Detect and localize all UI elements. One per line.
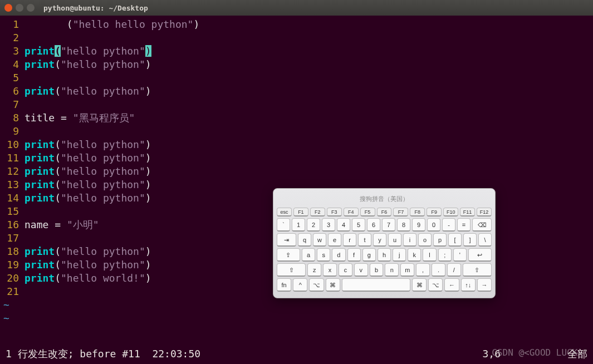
key-s[interactable]: s <box>317 248 330 262</box>
key-space[interactable] <box>342 278 410 292</box>
key-m[interactable]: m <box>400 263 414 277</box>
key-r[interactable]: r <box>343 233 356 247</box>
line-content[interactable]: print("hello python") <box>24 45 151 58</box>
key-7[interactable]: 7 <box>382 218 395 232</box>
key-1[interactable]: 1 <box>292 218 305 232</box>
code-line[interactable]: 6print("hello python") <box>0 85 593 98</box>
key-o[interactable]: o <box>418 233 432 247</box>
line-content[interactable]: print("hello python") <box>24 245 151 258</box>
key-j[interactable]: j <box>393 248 406 262</box>
key-⌥[interactable]: ⌥ <box>309 278 324 292</box>
key-←[interactable]: ← <box>444 278 459 292</box>
key-l[interactable]: l <box>423 248 436 262</box>
code-line[interactable]: 12print("hello python") <box>0 165 593 178</box>
key-k[interactable]: k <box>408 248 421 262</box>
key-e[interactable]: e <box>328 233 341 247</box>
key-F2[interactable]: F2 <box>310 208 325 217</box>
key-9[interactable]: 9 <box>412 218 425 232</box>
line-content[interactable]: print("hello python") <box>24 151 151 165</box>
key-n[interactable]: n <box>385 263 399 277</box>
line-content[interactable]: print("hello python") <box>24 85 151 98</box>
code-line[interactable]: 5 <box>0 71 593 85</box>
key-z[interactable]: z <box>307 263 321 277</box>
key-⇥[interactable]: ⇥ <box>277 233 296 247</box>
key-3[interactable]: 3 <box>322 218 335 232</box>
key-F5[interactable]: F5 <box>360 208 375 217</box>
key-F6[interactable]: F6 <box>377 208 392 217</box>
line-content[interactable]: print("hello python") <box>24 258 151 272</box>
key-0[interactable]: 0 <box>427 218 440 232</box>
terminal-editor[interactable]: 1 ("hello hello python")23print("hello p… <box>0 16 593 364</box>
key-t[interactable]: t <box>358 233 371 247</box>
line-content[interactable]: print("hello world!") <box>24 272 151 285</box>
key-d[interactable]: d <box>332 248 345 262</box>
key-q[interactable]: q <box>298 233 311 247</box>
key-p[interactable]: p <box>433 233 447 247</box>
key-f[interactable]: f <box>347 248 361 262</box>
line-content[interactable]: print("hello python") <box>24 58 151 71</box>
key-8[interactable]: 8 <box>397 218 410 232</box>
key-c[interactable]: c <box>339 263 352 277</box>
line-content[interactable]: ("hello hello python") <box>24 18 199 31</box>
key-F12[interactable]: F12 <box>477 208 492 217</box>
key-g[interactable]: g <box>362 248 376 262</box>
key-w[interactable]: w <box>313 233 326 247</box>
key-u[interactable]: u <box>388 233 401 247</box>
key-F8[interactable]: F8 <box>410 208 425 217</box>
code-line[interactable]: 10print("hello python") <box>0 138 593 151</box>
key-a[interactable]: a <box>302 248 315 262</box>
line-content[interactable]: name = "小明" <box>24 218 99 232</box>
minimize-icon[interactable] <box>16 4 23 12</box>
key-'[interactable]: ' <box>453 248 467 262</box>
key-⌘[interactable]: ⌘ <box>412 278 427 292</box>
key-⇧[interactable]: ⇧ <box>463 263 492 277</box>
key-→[interactable]: → <box>477 278 492 292</box>
key-F3[interactable]: F3 <box>327 208 342 217</box>
key-4[interactable]: 4 <box>337 218 350 232</box>
key-esc[interactable]: esc <box>277 208 292 217</box>
key-F7[interactable]: F7 <box>393 208 408 217</box>
close-icon[interactable] <box>4 4 12 12</box>
key-F4[interactable]: F4 <box>344 208 359 217</box>
key-fn[interactable]: fn <box>277 278 291 292</box>
onscreen-keyboard[interactable]: 搜狗拼音（美国） escF1F2F3F4F5F6F7F8F9F10F11F12`… <box>273 188 496 298</box>
key-↑↓[interactable]: ↑↓ <box>461 278 476 292</box>
code-line[interactable]: 9 <box>0 125 593 138</box>
key-5[interactable]: 5 <box>352 218 365 232</box>
key-2[interactable]: 2 <box>307 218 320 232</box>
line-content[interactable]: print("hello python") <box>24 178 151 191</box>
key-;[interactable]: ; <box>438 248 452 262</box>
key--[interactable]: - <box>442 218 455 232</box>
key-F9[interactable]: F9 <box>427 208 442 217</box>
line-content[interactable]: title = "黑马程序员" <box>24 111 135 125</box>
key-i[interactable]: i <box>403 233 416 247</box>
key-\[interactable]: \ <box>478 233 492 247</box>
key-⌘[interactable]: ⌘ <box>326 278 340 292</box>
key-=[interactable]: = <box>457 218 471 232</box>
key-^[interactable]: ^ <box>293 278 307 292</box>
line-content[interactable]: print("hello python") <box>24 191 151 205</box>
code-line[interactable]: 7 <box>0 98 593 111</box>
key-,[interactable]: , <box>416 263 430 277</box>
key-⌥[interactable]: ⌥ <box>428 278 443 292</box>
maximize-icon[interactable] <box>27 4 35 12</box>
code-line[interactable]: 4print("hello python") <box>0 58 593 71</box>
key-⌫[interactable]: ⌫ <box>472 218 492 232</box>
key-F10[interactable]: F10 <box>443 208 458 217</box>
key-][interactable]: ] <box>463 233 477 247</box>
key-.[interactable]: . <box>432 263 445 277</box>
key-↩[interactable]: ↩ <box>468 248 492 262</box>
key-⇧[interactable]: ⇧ <box>277 263 306 277</box>
code-line[interactable]: 3print("hello python") <box>0 45 593 58</box>
key-v[interactable]: v <box>354 263 368 277</box>
key-x[interactable]: x <box>323 263 337 277</box>
key-`[interactable]: ` <box>277 218 290 232</box>
line-content[interactable]: print("hello python") <box>24 165 151 178</box>
code-line[interactable]: 11print("hello python") <box>0 151 593 165</box>
code-line[interactable]: 8title = "黑马程序员" <box>0 111 593 125</box>
code-line[interactable]: 1 ("hello hello python") <box>0 18 593 31</box>
key-b[interactable]: b <box>370 263 384 277</box>
key-6[interactable]: 6 <box>367 218 380 232</box>
key-F1[interactable]: F1 <box>293 208 308 217</box>
key-y[interactable]: y <box>373 233 386 247</box>
